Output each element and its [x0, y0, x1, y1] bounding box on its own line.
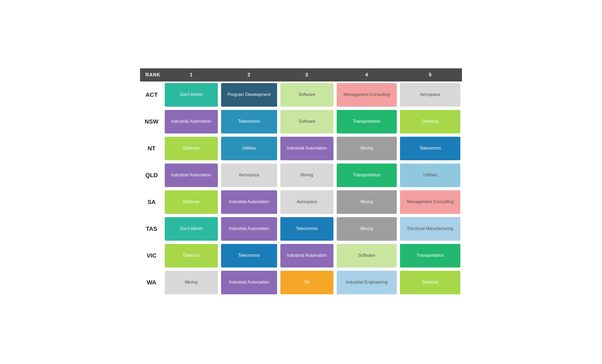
- cell-inner: Aerospace: [221, 164, 277, 187]
- data-cell: Defence: [163, 135, 219, 162]
- cell-inner: Mining: [165, 271, 218, 294]
- cell-inner: Industrial Automation: [221, 190, 277, 214]
- data-cell: Aerospace: [219, 162, 279, 189]
- data-cell: Industrial Automation: [279, 135, 335, 162]
- state-label: TAS: [140, 216, 163, 242]
- cell-inner: Aerospace: [400, 83, 460, 107]
- cell-inner: Defence: [165, 190, 218, 214]
- state-label: NT: [140, 135, 163, 162]
- data-cell: Industrial Engineering: [335, 269, 399, 296]
- cell-inner: Utilities: [400, 164, 460, 187]
- col5-header: 5: [398, 68, 462, 81]
- table-row: ACTGov't AdminProgram DevelopmentSoftwar…: [140, 81, 462, 108]
- data-cell: Defence: [398, 108, 462, 135]
- cell-inner: Software: [280, 110, 333, 133]
- cell-inner: Transportation: [337, 110, 397, 133]
- cell-inner: Defence: [400, 110, 460, 133]
- data-cell: Industrial Automation: [163, 162, 219, 189]
- cell-inner: Transportation: [400, 244, 460, 268]
- data-cell: Industrial Automation: [163, 108, 219, 135]
- data-cell: Mining: [335, 216, 399, 242]
- cell-inner: Oil: [280, 271, 333, 294]
- table-row: QLDIndustrial AutomationAerospaceMiningT…: [140, 162, 462, 189]
- cell-inner: Management Consulting: [337, 83, 397, 107]
- data-cell: Transportation: [398, 242, 462, 269]
- cell-inner: Mining: [337, 137, 397, 160]
- table-row: NTDefenceUtilitiesIndustrial AutomationM…: [140, 135, 462, 162]
- col4-header: 4: [335, 68, 399, 81]
- cell-inner: Utilities: [221, 137, 277, 160]
- data-cell: Industrial Automation: [219, 189, 279, 216]
- table-row: WAMiningIndustrial AutomationOilIndustri…: [140, 269, 462, 296]
- data-cell: Aerospace: [279, 189, 335, 216]
- data-cell: Electrical Manufacturing: [398, 216, 462, 242]
- data-cell: Industrial Automation: [279, 242, 335, 269]
- data-cell: Telecomms: [219, 108, 279, 135]
- cell-inner: Telecomms: [280, 217, 333, 241]
- cell-inner: Defence: [165, 137, 218, 160]
- state-label: NSW: [140, 108, 163, 135]
- cell-inner: Gov't Admin: [165, 217, 218, 241]
- cell-inner: Telecomms: [221, 244, 277, 268]
- cell-inner: Management Consulting: [400, 190, 460, 214]
- data-cell: Software: [279, 81, 335, 108]
- cell-inner: Gov't Admin: [165, 83, 218, 107]
- data-cell: Industrial Automation: [219, 216, 279, 242]
- col2-header: 2: [219, 68, 279, 81]
- header-row: RANK 1 2 3 4 5: [140, 68, 462, 81]
- data-cell: Industrial Automation: [219, 269, 279, 296]
- state-label: WA: [140, 269, 163, 296]
- cell-inner: Electrical Manufacturing: [400, 217, 460, 241]
- data-cell: Mining: [279, 162, 335, 189]
- data-cell: Aerospace: [398, 81, 462, 108]
- table-row: TASGov't AdminIndustrial AutomationTelec…: [140, 216, 462, 242]
- table-row: NSWIndustrial AutomationTelecommsSoftwar…: [140, 108, 462, 135]
- data-cell: Defence: [163, 189, 219, 216]
- data-cell: Management Consulting: [335, 81, 399, 108]
- cell-inner: Software: [337, 244, 397, 268]
- cell-inner: Defence: [165, 244, 218, 268]
- data-cell: Software: [279, 108, 335, 135]
- col1-header: 1: [163, 68, 219, 81]
- cell-inner: Aerospace: [280, 190, 333, 214]
- data-cell: Defence: [398, 269, 462, 296]
- col3-header: 3: [279, 68, 335, 81]
- data-cell: Telecomms: [398, 135, 462, 162]
- cell-inner: Industrial Automation: [221, 271, 277, 294]
- data-cell: Program Development: [219, 81, 279, 108]
- data-cell: Utilities: [398, 162, 462, 189]
- data-cell: Gov't Admin: [163, 216, 219, 242]
- state-label: SA: [140, 189, 163, 216]
- cell-inner: Program Development: [221, 83, 277, 107]
- data-cell: Telecomms: [219, 242, 279, 269]
- cell-inner: Telecomms: [221, 110, 277, 133]
- cell-inner: Mining: [337, 217, 397, 241]
- state-label: QLD: [140, 162, 163, 189]
- data-cell: Mining: [335, 135, 399, 162]
- data-cell: Telecomms: [279, 216, 335, 242]
- cell-inner: Telecomms: [400, 137, 460, 160]
- cell-inner: Mining: [280, 164, 333, 187]
- data-cell: Gov't Admin: [163, 81, 219, 108]
- data-cell: Utilities: [219, 135, 279, 162]
- rankings-table: RANK 1 2 3 4 5 ACTGov't AdminProgram Dev…: [140, 68, 462, 296]
- cell-inner: Transportation: [337, 164, 397, 187]
- data-cell: Defence: [163, 242, 219, 269]
- table-row: VICDefenceTelecommsIndustrial Automation…: [140, 242, 462, 269]
- cell-inner: Industrial Automation: [280, 244, 333, 268]
- cell-inner: Industrial Automation: [280, 137, 333, 160]
- cell-inner: Defence: [400, 271, 460, 294]
- data-cell: Management Consulting: [398, 189, 462, 216]
- cell-inner: Industrial Engineering: [337, 271, 397, 294]
- main-table-wrapper: RANK 1 2 3 4 5 ACTGov't AdminProgram Dev…: [140, 68, 462, 296]
- rank-header: RANK: [140, 68, 163, 81]
- cell-inner: Industrial Automation: [165, 164, 218, 187]
- state-label: ACT: [140, 81, 163, 108]
- table-row: SADefenceIndustrial AutomationAerospaceM…: [140, 189, 462, 216]
- cell-inner: Industrial Automation: [165, 110, 218, 133]
- cell-inner: Industrial Automation: [221, 217, 277, 241]
- cell-inner: Mining: [337, 190, 397, 214]
- state-label: VIC: [140, 242, 163, 269]
- data-cell: Software: [335, 242, 399, 269]
- data-cell: Transportation: [335, 108, 399, 135]
